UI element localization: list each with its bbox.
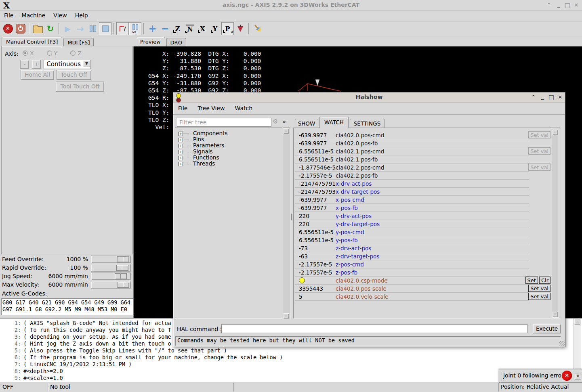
view-y-button[interactable]: Y (209, 22, 221, 35)
slider-handle[interactable] (115, 273, 127, 279)
zoom-in-button[interactable] (146, 22, 159, 35)
tree-item[interactable]: +Functions (175, 155, 282, 161)
machine-power-button[interactable] (14, 22, 27, 35)
scroll-up-icon[interactable] (553, 130, 558, 135)
halshow-close-icon[interactable] (556, 93, 564, 101)
run-from-selected-button[interactable] (74, 22, 86, 35)
gear-icon[interactable]: ⚙ (273, 118, 278, 125)
expand-icon[interactable]: + (179, 162, 183, 166)
jog-minus-button[interactable]: - (20, 60, 29, 69)
gcode-line[interactable]: 9:#<scale>=1.0 (0, 375, 283, 382)
menu-machine[interactable]: Machine (22, 12, 46, 19)
slider-handle[interactable] (117, 282, 129, 288)
tree-item[interactable]: +Pins (175, 136, 282, 143)
menu-view[interactable]: View (53, 12, 67, 19)
filter-tree-input[interactable] (177, 118, 271, 127)
halshow-menu-tree-view[interactable]: Tree View (198, 105, 225, 111)
clear-value-button[interactable]: Clr (539, 277, 550, 284)
zoom-out-button[interactable] (159, 22, 171, 35)
expand-icon[interactable]: + (179, 156, 183, 160)
halshow-shade-icon[interactable] (529, 93, 538, 101)
jog-plus-button[interactable]: + (32, 60, 41, 69)
view-z-rotated-button[interactable]: N (184, 22, 196, 35)
minimize-window-icon[interactable] (555, 1, 563, 9)
tab-mdi[interactable]: MDI [F5] (63, 38, 94, 46)
scroll-down-icon[interactable] (284, 313, 289, 319)
clear-plot-button[interactable] (251, 22, 264, 35)
feed-override-slider[interactable] (91, 256, 131, 263)
view-x-button[interactable]: X (196, 22, 209, 35)
set-value-button[interactable]: Set val (528, 293, 550, 300)
gcode-line[interactable]: 5:( Also press the Toggle Skip Lines wit… (0, 347, 283, 354)
halshow-maximize-icon[interactable] (547, 93, 555, 101)
halshow-menu-file[interactable]: File (178, 105, 187, 111)
slider-handle[interactable] (116, 265, 128, 271)
expand-icon[interactable]: + (179, 150, 183, 154)
gcode-line[interactable]: 7:( LinuxCNC 19/1/2012 2:13:51 PM ) (0, 361, 283, 368)
machine-state: OFF (2, 384, 13, 390)
chevron-more-icon[interactable]: » (282, 118, 286, 125)
menu-file[interactable]: File (4, 12, 13, 19)
gcode-line[interactable]: 8:#<depth>=2.0 (0, 368, 283, 375)
scroll-down-icon[interactable] (553, 312, 558, 317)
radio-axis-x[interactable] (23, 50, 28, 56)
watch-value: -639.9977 (299, 205, 327, 211)
stop-button[interactable] (99, 22, 111, 35)
optional-stop-button[interactable]: M1 (129, 22, 141, 35)
rotate-view-button[interactable] (234, 22, 246, 35)
tree-item[interactable]: +Components (175, 130, 282, 136)
estop-button[interactable] (2, 22, 14, 35)
run-button[interactable] (61, 22, 74, 35)
tab-show[interactable]: SHOW (295, 119, 318, 128)
maximize-window-icon[interactable] (563, 1, 571, 9)
tab-watch[interactable]: WATCH (319, 117, 349, 128)
radio-axis-z[interactable] (70, 50, 76, 56)
halshow-title-bar[interactable]: Halshow (173, 92, 565, 103)
menu-help[interactable]: Help (75, 12, 88, 19)
gcode-line[interactable]: 6:( If the program is too big or small f… (0, 354, 283, 361)
expand-icon[interactable]: + (179, 138, 183, 142)
hal-command-input[interactable] (221, 324, 527, 333)
set-value-button[interactable]: Set (525, 277, 538, 284)
watch-pin-name: cia402.1.pos-fb (336, 156, 378, 163)
jog-speed-slider[interactable] (91, 273, 131, 280)
halshow-menu-watch[interactable]: Watch (235, 105, 253, 111)
view-perspective-button[interactable]: P (221, 22, 234, 35)
tool-touch-off-button[interactable]: Tool Touch Off (56, 82, 104, 92)
open-file-button[interactable] (32, 22, 44, 35)
resize-grip[interactable] (559, 341, 565, 346)
scroll-up-icon[interactable] (284, 128, 289, 134)
execute-button[interactable]: Execute (533, 324, 561, 333)
expand-icon[interactable]: + (179, 144, 183, 148)
tree-scrollbar[interactable] (283, 128, 290, 319)
tab-dro[interactable]: DRO (166, 38, 186, 46)
tree-item[interactable]: +Signals (175, 149, 282, 155)
view-z-button[interactable]: Z (171, 22, 184, 35)
touch-off-button[interactable]: Touch Off (57, 70, 91, 80)
slider-handle[interactable] (117, 256, 129, 262)
scroll-up-icon[interactable] (574, 319, 580, 325)
max-velocity-slider[interactable] (91, 281, 131, 289)
shade-window-icon[interactable] (545, 1, 553, 9)
tab-manual-control[interactable]: Manual Control [F3] (2, 37, 62, 46)
close-window-icon[interactable] (572, 1, 580, 9)
reload-button[interactable] (44, 22, 57, 35)
tree-item[interactable]: +Threads (175, 161, 282, 167)
pane-sash-handle[interactable] (291, 214, 292, 220)
watch-row: -2147475793x-drv-target-pos (294, 188, 560, 196)
tab-preview[interactable]: Preview (136, 37, 165, 46)
watch-row: -2.17557e-5z-pos-fb (294, 268, 560, 277)
watch-scrollbar[interactable] (552, 129, 559, 318)
pause-button[interactable] (86, 22, 99, 35)
set-value-button[interactable]: Set val (528, 285, 550, 292)
halshow-minimize-icon[interactable] (538, 93, 546, 101)
tab-settings[interactable]: SETTINGS (350, 119, 384, 128)
error-close-icon[interactable] (575, 373, 581, 379)
toggle-skip-lines-button[interactable] (116, 22, 129, 35)
rapid-override-slider[interactable] (91, 264, 131, 272)
home-all-button[interactable]: Home All (21, 70, 54, 80)
radio-axis-y[interactable] (47, 50, 52, 56)
tree-item[interactable]: +Parameters (175, 143, 282, 149)
jog-mode-select[interactable]: Continuous▼ (44, 60, 91, 69)
expand-icon[interactable]: + (179, 132, 183, 136)
